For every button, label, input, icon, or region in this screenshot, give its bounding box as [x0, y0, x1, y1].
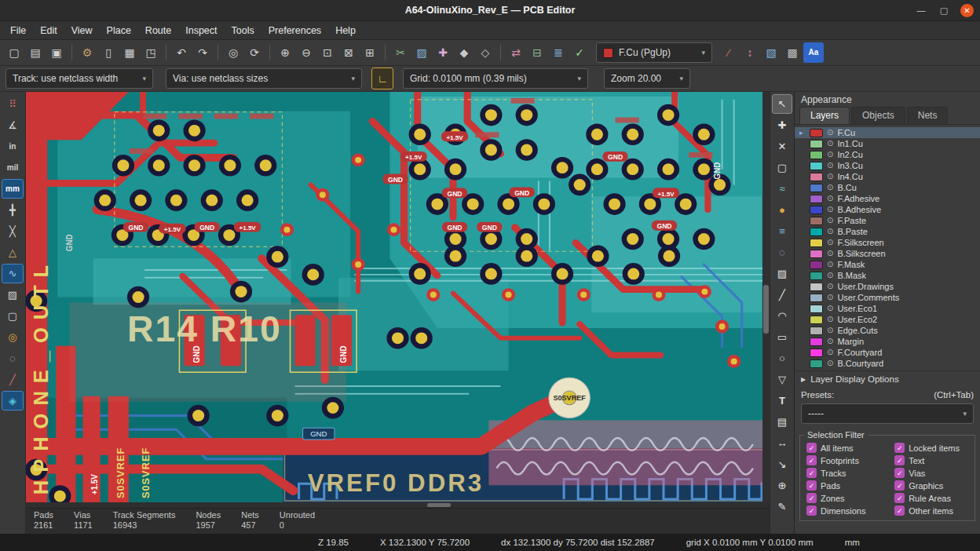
select-tool-icon[interactable]: ↖	[772, 94, 792, 114]
vertical-scrollbar[interactable]	[762, 92, 770, 502]
visibility-eye-icon[interactable]: ⊙	[827, 261, 833, 268]
layer-color-swatch[interactable]	[810, 151, 823, 159]
layer-color-swatch[interactable]	[810, 195, 823, 203]
rule-area-icon[interactable]: ▨	[772, 264, 792, 283]
textbox-tool-icon[interactable]: ▤	[772, 412, 792, 432]
grid-visibility-icon[interactable]: ⠿	[2, 94, 24, 114]
via-display-icon[interactable]: ◌	[2, 348, 24, 368]
checkbox-checked-icon[interactable]: ✓	[894, 455, 905, 465]
checkbox-checked-icon[interactable]: ✓	[806, 480, 817, 491]
horizontal-scrollbar-thumb[interactable]	[427, 503, 451, 507]
layer-color-swatch[interactable]	[810, 129, 823, 137]
visibility-eye-icon[interactable]: ⊙	[827, 316, 833, 323]
layer-color-swatch[interactable]	[810, 348, 823, 357]
curved-ratsnest-icon[interactable]: ∿	[2, 264, 24, 283]
unlock-icon[interactable]: ◇	[475, 42, 495, 63]
visibility-eye-icon[interactable]: ⊙	[827, 327, 833, 334]
titlebar[interactable]: A64-OlinuXino_Rev_E — PCB Editor — ▢ ✕	[0, 0, 980, 21]
lock-icon[interactable]: ◆	[454, 42, 474, 63]
visibility-eye-icon[interactable]: ⊙	[827, 140, 833, 148]
layer-color-swatch[interactable]	[810, 283, 823, 291]
new-board-icon[interactable]: ▢	[4, 42, 24, 63]
filter-locked-items[interactable]: ✓ Locked items	[894, 443, 970, 453]
layer-color-swatch[interactable]	[810, 327, 823, 335]
draw-polygon-icon[interactable]: ▽	[772, 370, 792, 389]
visibility-eye-icon[interactable]: ⊙	[827, 228, 833, 235]
menu-help[interactable]: Help	[328, 23, 363, 38]
menu-place[interactable]: Place	[100, 23, 138, 38]
visibility-eye-icon[interactable]: ⊙	[827, 162, 833, 170]
presets-dropdown[interactable]: ----- ▾	[801, 403, 974, 424]
rats nest-visibility-icon[interactable]: △	[2, 243, 24, 262]
track-display-icon[interactable]: ╱	[2, 370, 24, 389]
layer-row[interactable]: ▸ ⊙ B.Adhesive	[795, 204, 980, 215]
redo-icon[interactable]: ↷	[192, 42, 213, 63]
active-layer-dropdown[interactable]: F.Cu (PgUp) ▾	[596, 42, 712, 63]
visibility-eye-icon[interactable]: ⊙	[827, 294, 833, 301]
maximize-button[interactable]: ▢	[938, 5, 950, 16]
horizontal-scrollbar[interactable]	[26, 502, 770, 508]
layer-row[interactable]: ▸ ⊙ F.Paste	[795, 215, 980, 226]
update-pcb-icon[interactable]: ⇄	[506, 42, 526, 63]
filter-dimensions[interactable]: ✓ Dimensions	[806, 505, 893, 516]
layer-color-swatch[interactable]	[810, 338, 823, 346]
flip-board-icon[interactable]: ◈	[2, 391, 24, 411]
page-settings-icon[interactable]: ▯	[98, 42, 119, 63]
visibility-eye-icon[interactable]: ⊙	[827, 129, 833, 137]
layer-color-swatch[interactable]	[810, 184, 823, 192]
layer-color-swatch[interactable]	[810, 294, 823, 302]
layer-color-swatch[interactable]	[810, 228, 823, 236]
filter-footprints[interactable]: ✓ Footprints	[806, 455, 893, 465]
filter-all-items[interactable]: ✓ All items	[806, 443, 893, 453]
board-setup-icon[interactable]: ⚙	[77, 42, 97, 63]
zoom-objects-icon[interactable]: ⊠	[338, 42, 359, 63]
print-icon[interactable]: ▦	[119, 42, 140, 63]
zone-tool-icon[interactable]: ◌	[772, 243, 792, 262]
menu-file[interactable]: File	[3, 23, 33, 38]
layer-row[interactable]: ▸ ⊙ Edge.Cuts	[795, 325, 980, 336]
minimize-button[interactable]: —	[915, 5, 927, 15]
layer-row[interactable]: ▸ ⊙ F.Mask	[795, 259, 980, 270]
visibility-eye-icon[interactable]: ⊙	[827, 173, 833, 181]
layer-row[interactable]: ▸ ⊙ B.Mask	[795, 270, 980, 281]
layer-color-swatch[interactable]	[810, 239, 823, 247]
checkbox-checked-icon[interactable]: ✓	[806, 443, 817, 453]
visibility-eye-icon[interactable]: ⊙	[827, 272, 833, 279]
plot-icon[interactable]: ◳	[141, 42, 161, 63]
pad-display-icon[interactable]: ◎	[2, 327, 24, 347]
layer-row[interactable]: ▸ ⊙ B.Silkscreen	[795, 248, 980, 259]
dimension-tool-icon[interactable]: ↔	[772, 433, 792, 453]
filter-pads[interactable]: ✓ Pads	[806, 480, 893, 491]
drc-icon[interactable]: ✓	[569, 42, 590, 63]
footprint-editor-icon[interactable]: ▧	[761, 42, 781, 63]
measure-tool-icon[interactable]: ✎	[772, 497, 792, 516]
layer-color-swatch[interactable]	[810, 140, 823, 148]
layer-row[interactable]: ▸ ⊙ F.Adhesive	[795, 193, 980, 204]
tab-objects[interactable]: Objects	[851, 107, 905, 124]
layer-row[interactable]: ▸ ⊙ User.Comments	[795, 292, 980, 303]
save-board-icon[interactable]: ▣	[46, 42, 67, 63]
net-inspector-icon[interactable]: ≣	[548, 42, 569, 63]
menu-tools[interactable]: Tools	[225, 23, 261, 38]
track-width-dropdown[interactable]: Track: use netclass width ▾	[5, 68, 153, 89]
layer-row[interactable]: ▸ ⊙ In1.Cu	[795, 138, 980, 149]
layer-row[interactable]: ▸ ⊙ User.Eco1	[795, 303, 980, 314]
layer-color-swatch[interactable]	[810, 316, 823, 324]
filter-other-items[interactable]: ✓ Other items	[894, 505, 970, 516]
checkbox-checked-icon[interactable]: ✓	[894, 468, 905, 478]
track-corner-mode-icon[interactable]: ∟	[371, 68, 393, 89]
visibility-eye-icon[interactable]: ⊙	[827, 305, 833, 312]
visibility-eye-icon[interactable]: ⊙	[827, 184, 833, 192]
menu-edit[interactable]: Edit	[33, 23, 64, 38]
visibility-eye-icon[interactable]: ⊙	[827, 348, 833, 356]
footprint-swap-icon[interactable]: ↕	[740, 42, 760, 63]
visibility-eye-icon[interactable]: ⊙	[827, 338, 833, 345]
close-button[interactable]: ✕	[960, 4, 974, 17]
open-board-icon[interactable]: ▤	[25, 42, 46, 63]
place-via-icon[interactable]: ●	[772, 200, 792, 220]
layer-row[interactable]: ▸ ⊙ In2.Cu	[795, 149, 980, 160]
cursor-shape-icon[interactable]: ╋	[2, 200, 24, 220]
menu-inspect[interactable]: Inspect	[178, 23, 224, 38]
visibility-eye-icon[interactable]: ⊙	[827, 250, 833, 257]
checkbox-checked-icon[interactable]: ✓	[894, 443, 905, 453]
